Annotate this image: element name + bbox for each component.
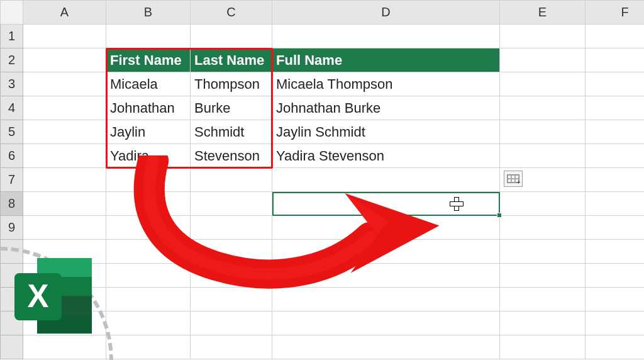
- cell-B3[interactable]: Micaela: [106, 72, 191, 96]
- excel-logo-icon: X: [9, 250, 103, 345]
- cell-B5[interactable]: Jaylin: [106, 120, 191, 144]
- cell-D2[interactable]: Full Name: [272, 48, 500, 72]
- cell-D9[interactable]: [272, 216, 500, 240]
- cell-C3[interactable]: Thompson: [191, 72, 272, 96]
- svg-text:X: X: [27, 278, 48, 314]
- cell-F9[interactable]: [586, 216, 645, 240]
- cell-B1[interactable]: [106, 25, 191, 48]
- cell-E8[interactable]: [500, 192, 586, 216]
- cell-C9[interactable]: [191, 216, 272, 240]
- cell-D7[interactable]: [272, 168, 500, 192]
- cell-A9[interactable]: [23, 216, 106, 240]
- cell-A1[interactable]: [23, 25, 106, 48]
- cell-A2[interactable]: [23, 48, 106, 72]
- cell-E3[interactable]: [500, 72, 586, 96]
- col-header-E[interactable]: E: [500, 1, 586, 25]
- cell-C8[interactable]: [191, 192, 272, 216]
- cell-C4[interactable]: Burke: [191, 96, 272, 120]
- cell-B9[interactable]: [106, 216, 191, 240]
- cell-E4[interactable]: [500, 96, 586, 120]
- cell-A3[interactable]: [23, 72, 106, 96]
- cell-B4[interactable]: Johnathan: [106, 96, 191, 120]
- cell-F5[interactable]: [586, 120, 645, 144]
- cell-F2[interactable]: [586, 48, 645, 72]
- cell-B8[interactable]: [106, 192, 191, 216]
- cell-E9[interactable]: [500, 216, 586, 240]
- cell-A7[interactable]: [23, 168, 106, 192]
- cell-E5[interactable]: [500, 120, 586, 144]
- cell-D3[interactable]: Micaela Thompson: [272, 72, 500, 96]
- cell-B6[interactable]: Yadira: [106, 144, 191, 168]
- autofill-options-button[interactable]: +: [504, 171, 523, 187]
- cell-A6[interactable]: [23, 144, 106, 168]
- cell-C5[interactable]: Schmidt: [191, 120, 272, 144]
- cell-D4[interactable]: Johnathan Burke: [272, 96, 500, 120]
- cell-A4[interactable]: [23, 96, 106, 120]
- col-header-A[interactable]: A: [23, 1, 106, 25]
- cell-A8[interactable]: [23, 192, 106, 216]
- cell-F1[interactable]: [586, 25, 645, 48]
- select-all-corner[interactable]: [1, 1, 23, 25]
- cell-C6[interactable]: Stevenson: [191, 144, 272, 168]
- cell-B2[interactable]: First Name: [106, 48, 191, 72]
- row-header-1[interactable]: 1: [1, 25, 23, 48]
- col-header-D[interactable]: D: [272, 1, 500, 25]
- cell-F3[interactable]: [586, 72, 645, 96]
- cell-E6[interactable]: [500, 144, 586, 168]
- cell-F4[interactable]: [586, 96, 645, 120]
- col-header-C[interactable]: C: [191, 1, 272, 25]
- cell-C7[interactable]: [191, 168, 272, 192]
- spreadsheet[interactable]: A B C D E F 1 2 First Name: [0, 0, 644, 360]
- cell-B7[interactable]: [106, 168, 191, 192]
- fill-handle[interactable]: [497, 213, 502, 218]
- col-header-B[interactable]: B: [106, 1, 191, 25]
- cell-E2[interactable]: [500, 48, 586, 72]
- cell-D6[interactable]: Yadira Stevenson: [272, 144, 500, 168]
- cell-E1[interactable]: [500, 25, 586, 48]
- cell-D5[interactable]: Jaylin Schmidt: [272, 120, 500, 144]
- cell-D8[interactable]: [272, 192, 500, 216]
- row-header-2[interactable]: 2: [1, 48, 23, 72]
- cell-F8[interactable]: [586, 192, 645, 216]
- row-header-4[interactable]: 4: [1, 96, 23, 120]
- cell-C2[interactable]: Last Name: [191, 48, 272, 72]
- row-header-8[interactable]: 8: [1, 192, 23, 216]
- row-header-9[interactable]: 9: [1, 216, 23, 240]
- cell-F7[interactable]: [586, 168, 645, 192]
- row-header-5[interactable]: 5: [1, 120, 23, 144]
- cell-D1[interactable]: [272, 25, 500, 48]
- col-header-F[interactable]: F: [586, 1, 645, 25]
- row-header-6[interactable]: 6: [1, 144, 23, 168]
- cell-F6[interactable]: [586, 144, 645, 168]
- row-header-7[interactable]: 7: [1, 168, 23, 192]
- cell-A5[interactable]: [23, 120, 106, 144]
- row-header-3[interactable]: 3: [1, 72, 23, 96]
- cell-C1[interactable]: [191, 25, 272, 48]
